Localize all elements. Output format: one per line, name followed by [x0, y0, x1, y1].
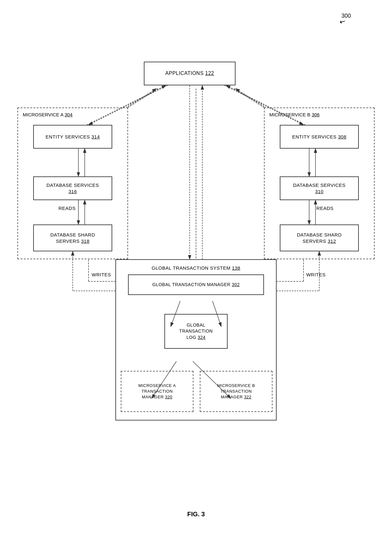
global-transaction-system-box: GLOBAL TRANSACTION SYSTEM 138 GLOBAL TRA… — [115, 259, 277, 420]
microservice-b-tm-box: MICROSERVICE BTRANSACTIONMANAGER 322 — [200, 371, 273, 412]
figure-label: FIG. 3 — [0, 511, 392, 518]
writes-label-a: WRITES — [92, 272, 111, 277]
writes-label-b: WRITES — [306, 272, 326, 277]
database-services-a-box: DATABASE SERVICES316 — [33, 176, 112, 200]
database-services-b-box: DATABASE SERVICES310 — [280, 176, 359, 200]
entity-services-b-box: ENTITY SERVICES 308 — [280, 125, 359, 149]
applications-box: APPLICATIONS 122 — [144, 62, 236, 85]
global-transaction-log-box: GLOBALTRANSACTIONLOG 324 — [164, 314, 228, 349]
reads-label-b: READS — [316, 206, 334, 211]
reads-label-a: READS — [58, 206, 76, 211]
database-shard-a-box: DATABASE SHARDSERVERS 318 — [33, 224, 112, 251]
global-transaction-manager-box: GLOBAL TRANSACTION MANAGER 302 — [128, 274, 264, 295]
diagram: 300 ↙ APPLICATIONS 122 MICROSERVICE A 30… — [0, 0, 392, 540]
entity-services-a-box: ENTITY SERVICES 314 — [33, 125, 112, 149]
database-shard-b-box: DATABASE SHARDSERVERS 312 — [280, 224, 359, 251]
microservice-a-tm-box: MICROSERVICE ATRANSACTIONMANAGER 320 — [121, 371, 193, 412]
